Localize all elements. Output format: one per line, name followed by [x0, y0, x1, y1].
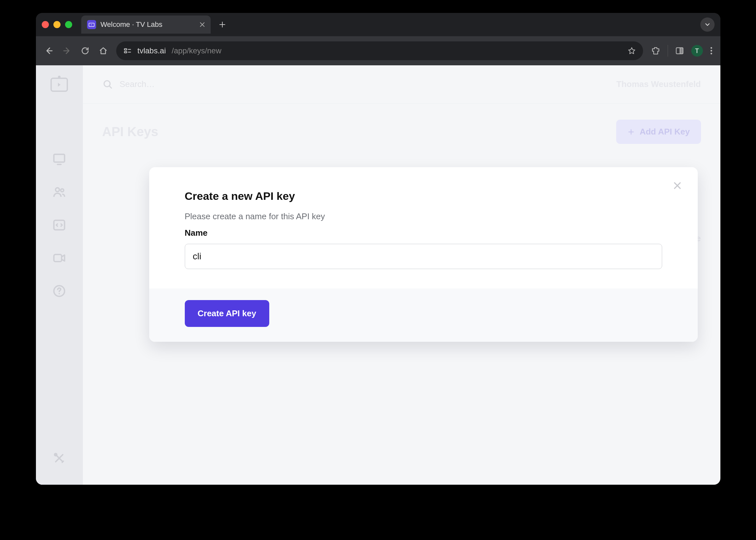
tabs-dropdown-button[interactable]: [700, 18, 715, 32]
svg-point-9: [56, 188, 60, 192]
page: Search… Thomas Weustenfeld API Keys Add …: [36, 65, 720, 485]
new-tab-button[interactable]: [219, 21, 226, 29]
user-name[interactable]: Thomas Weustenfeld: [616, 79, 701, 89]
site-info-icon[interactable]: [123, 47, 132, 55]
top-bar: Search… Thomas Weustenfeld: [83, 65, 720, 103]
search-icon: [102, 79, 113, 90]
modal-subtitle: Please create a name for this API key: [185, 211, 662, 221]
create-api-key-modal: Create a new API key Please create a nam…: [149, 167, 698, 342]
search-input[interactable]: Search…: [120, 79, 155, 89]
svg-rect-1: [124, 49, 127, 50]
svg-point-7: [710, 53, 712, 54]
url-host: tvlabs.ai: [137, 46, 166, 55]
add-api-key-button[interactable]: Add API Key: [616, 120, 701, 144]
close-window-button[interactable]: [42, 21, 49, 28]
content-area: Search… Thomas Weustenfeld API Keys Add …: [83, 65, 720, 485]
help-icon[interactable]: [52, 284, 66, 298]
svg-rect-12: [54, 254, 62, 262]
app-logo[interactable]: [51, 77, 68, 92]
name-field-label: Name: [185, 228, 662, 238]
monitor-icon[interactable]: [52, 152, 66, 166]
toolbar-divider: [667, 45, 668, 57]
create-api-key-button[interactable]: Create API key: [185, 300, 269, 327]
svg-rect-8: [54, 154, 65, 162]
modal-close-icon[interactable]: [672, 181, 682, 191]
profile-avatar[interactable]: T: [691, 45, 703, 57]
menu-icon[interactable]: [710, 47, 713, 55]
svg-point-14: [59, 293, 60, 294]
maximize-window-button[interactable]: [65, 21, 72, 28]
video-icon[interactable]: [52, 251, 66, 265]
svg-rect-2: [124, 52, 127, 53]
reload-button[interactable]: [80, 46, 90, 56]
svg-point-5: [710, 47, 712, 49]
svg-rect-11: [54, 220, 65, 229]
tools-icon[interactable]: [52, 451, 66, 465]
back-button[interactable]: [44, 46, 54, 56]
svg-rect-4: [680, 48, 683, 54]
tab-bar: Welcome · TV Labs: [36, 13, 720, 36]
minimize-window-button[interactable]: [53, 21, 61, 28]
main: API Keys Add API Key: [83, 103, 720, 173]
extensions-icon[interactable]: [651, 46, 661, 56]
page-header: API Keys Add API Key: [102, 120, 701, 144]
code-icon[interactable]: [52, 218, 66, 232]
url-path: /app/keys/new: [172, 46, 221, 55]
modal-footer: Create API key: [149, 288, 698, 342]
modal-title: Create a new API key: [185, 190, 662, 202]
browser-tab[interactable]: Welcome · TV Labs: [81, 16, 211, 34]
window-controls: [42, 21, 72, 28]
tab-title: Welcome · TV Labs: [100, 20, 162, 29]
plus-icon: [627, 128, 635, 136]
svg-point-10: [61, 189, 64, 192]
bookmark-icon[interactable]: [628, 47, 636, 55]
svg-point-6: [710, 50, 712, 52]
users-icon[interactable]: [52, 185, 66, 199]
forward-button[interactable]: [62, 46, 72, 56]
tab-close-icon[interactable]: [199, 21, 206, 28]
tab-favicon: [87, 20, 96, 29]
sidebar: [36, 65, 83, 485]
page-title: API Keys: [102, 124, 158, 139]
home-button[interactable]: [98, 46, 108, 56]
browser-toolbar: tvlabs.ai/app/keys/new T: [36, 36, 720, 65]
add-api-key-label: Add API Key: [640, 127, 690, 137]
address-bar[interactable]: tvlabs.ai/app/keys/new: [116, 41, 643, 60]
name-input[interactable]: [185, 244, 662, 269]
side-panel-icon[interactable]: [675, 46, 684, 55]
toolbar-right: T: [651, 45, 713, 57]
browser-window: Welcome · TV Labs: [36, 13, 720, 485]
